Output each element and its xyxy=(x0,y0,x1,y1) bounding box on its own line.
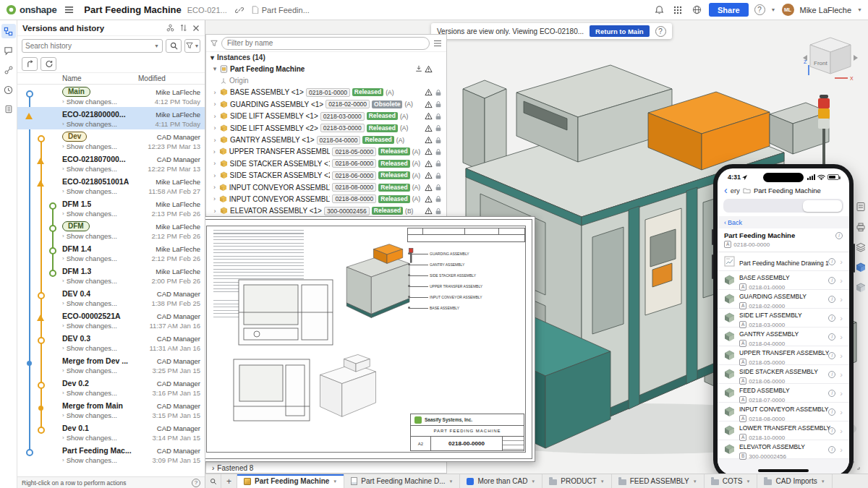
expand-caret-icon[interactable]: › xyxy=(212,464,214,472)
document-tab[interactable]: CAD Imports ▼ xyxy=(757,474,832,488)
phone-list-item[interactable]: ELEVATOR ASSEMBLY B 300-00002456 i › xyxy=(718,440,849,459)
notifications-bell-icon[interactable] xyxy=(652,4,665,17)
phone-list-item[interactable]: GANTRY ASSEMBLY A 0218-04-0000 i › xyxy=(718,328,849,346)
instance-row[interactable]: › SIDE LIFT ASSEMBLY <1> 0218-03-0000 Re… xyxy=(206,111,446,122)
footer-help-icon[interactable]: ? xyxy=(192,479,200,487)
version-row[interactable]: Dev 0.1 CAD Manager ›Show changes... 3:1… xyxy=(17,421,205,443)
instance-row[interactable]: › GUARDING ASSEMBLY <1> 0218-02-0000 Obs… xyxy=(206,98,446,110)
info-icon[interactable]: i xyxy=(835,232,843,239)
print-icon[interactable] xyxy=(855,221,866,232)
instance-row[interactable]: › SIDE STACKER ASSEMBLY <1> 0218-06-0000… xyxy=(206,158,446,169)
document-tab[interactable]: More than CAD ▼ xyxy=(460,474,542,488)
expand-collapse-all-icon[interactable] xyxy=(179,24,187,32)
info-icon[interactable]: i xyxy=(828,390,835,397)
show-changes-toggle[interactable]: ›Show changes... xyxy=(62,277,117,285)
expand-caret-icon[interactable]: ▾ xyxy=(212,65,218,72)
warning-icon[interactable] xyxy=(425,171,433,179)
expand-caret-icon[interactable]: › xyxy=(212,124,218,132)
return-to-main-button[interactable]: Return to Main xyxy=(590,25,650,37)
versions-history-icon[interactable] xyxy=(1,24,16,38)
expand-caret-icon[interactable]: › xyxy=(212,137,218,144)
history-clock-icon[interactable] xyxy=(1,82,16,97)
instance-origin-row[interactable]: Origin xyxy=(206,74,446,86)
document-tab[interactable]: COTS ▼ xyxy=(705,474,758,488)
show-changes-toggle[interactable]: ›Show changes... xyxy=(62,98,117,106)
show-changes-toggle[interactable]: ›Show changes... xyxy=(62,344,117,352)
show-changes-toggle[interactable]: ›Show changes... xyxy=(62,299,117,307)
version-row[interactable]: DFM 1.5 Mike LaFleche ›Show changes... 2… xyxy=(17,197,205,219)
phone-root-card[interactable]: Part Feeding Machine i A 0218-00-0000 xyxy=(718,228,849,252)
add-tab-button[interactable]: + xyxy=(221,474,237,488)
version-row[interactable]: Merge from Main CAD Manager ›Show change… xyxy=(17,398,205,421)
banner-help-icon[interactable]: ? xyxy=(655,26,666,37)
help-menu-caret-icon[interactable]: ▼ xyxy=(771,7,776,12)
engineering-drawing-sheet[interactable]: GUARDING ASSEMBLY GANTRY ASSEMBLY SIDE S… xyxy=(197,216,535,462)
tab-caret-icon[interactable]: ▼ xyxy=(693,479,697,484)
expand-caret-icon[interactable]: › xyxy=(212,184,217,191)
tab-caret-icon[interactable]: ▼ xyxy=(600,479,605,484)
info-icon[interactable]: i xyxy=(828,296,835,303)
version-row[interactable]: ECO-0218051001A Mike LaFleche ›Show chan… xyxy=(17,174,205,197)
user-avatar[interactable]: ML xyxy=(782,4,794,16)
link-icon[interactable] xyxy=(233,4,246,17)
expand-caret-icon[interactable]: › xyxy=(212,100,218,108)
info-icon[interactable]: i xyxy=(828,314,835,322)
show-changes-toggle[interactable]: ›Show changes... xyxy=(62,187,117,195)
expand-caret-icon[interactable]: › xyxy=(212,172,218,179)
show-changes-toggle[interactable]: ›Show changes... xyxy=(62,142,117,150)
document-tab[interactable]: PRODUCT ▼ xyxy=(542,474,611,488)
instance-root-row[interactable]: ▾ Part Feeding Machine xyxy=(206,63,446,74)
phone-tab[interactable] xyxy=(803,200,842,212)
filter-by-name-input[interactable] xyxy=(227,39,424,47)
layers-icon[interactable] xyxy=(855,241,866,252)
info-icon[interactable]: i xyxy=(828,258,835,265)
user-menu-caret-icon[interactable]: ▼ xyxy=(857,7,862,12)
history-search-box[interactable]: ▼ xyxy=(22,39,163,53)
help-icon[interactable]: ? xyxy=(754,4,765,15)
assembly-panel-icon[interactable] xyxy=(855,262,866,273)
instances-header[interactable]: ▾ Instances (14) xyxy=(206,52,446,63)
restore-button[interactable] xyxy=(41,57,56,71)
history-search-input[interactable] xyxy=(25,42,154,50)
warning-icon[interactable] xyxy=(425,88,433,96)
version-row[interactable]: Part Feeding Mac... CAD Manager ›Show ch… xyxy=(17,443,205,466)
phone-list-item[interactable]: GUARDING ASSEMBLY A 0218-02-0000 i › xyxy=(718,290,849,309)
filter-button[interactable]: ▼ xyxy=(184,39,200,53)
warning-icon[interactable] xyxy=(425,112,433,120)
info-icon[interactable]: i xyxy=(828,352,835,359)
tab-caret-icon[interactable]: ▼ xyxy=(746,479,751,484)
phone-list-item[interactable]: UPPER TRANSFER ASSEMBLY A 0218-05-0000 i… xyxy=(718,346,849,365)
download-icon[interactable] xyxy=(415,65,422,72)
version-row[interactable]: Merge from Dev ... CAD Manager ›Show cha… xyxy=(17,354,205,376)
info-icon[interactable]: i xyxy=(828,371,835,378)
expand-caret-icon[interactable]: › xyxy=(212,89,218,96)
warning-icon[interactable] xyxy=(425,147,433,155)
phone-list-item[interactable]: BASE ASSEMBLY A 0218-01-0000 i › xyxy=(718,271,849,290)
warning-icon[interactable] xyxy=(425,65,433,73)
phone-home-indicator[interactable] xyxy=(758,469,809,472)
show-changes-toggle[interactable]: ›Show changes... xyxy=(62,456,117,464)
phone-breadcrumb[interactable]: ery xyxy=(731,187,740,194)
recent-document-tab[interactable]: Part Feedin... xyxy=(252,6,310,14)
filter-by-name-box[interactable] xyxy=(221,37,430,50)
version-row[interactable]: DEV 0.4 CAD Manager ›Show changes... 1:3… xyxy=(17,286,205,309)
instances-collapse-caret-icon[interactable]: ▾ xyxy=(210,53,214,61)
version-row[interactable]: Main Mike LaFleche ›Show changes... 4:12… xyxy=(17,85,205,107)
globe-icon[interactable] xyxy=(690,4,703,17)
close-panel-icon[interactable] xyxy=(192,25,200,32)
column-header-modified[interactable]: Modified xyxy=(138,74,166,82)
warning-icon[interactable] xyxy=(425,136,433,144)
version-row[interactable]: ECO-00002521A CAD Manager ›Show changes.… xyxy=(17,309,205,331)
main-menu-icon[interactable] xyxy=(62,4,75,17)
show-changes-toggle[interactable]: ›Show changes... xyxy=(62,254,117,262)
show-changes-toggle[interactable]: ›Show changes... xyxy=(62,389,117,397)
expand-caret-icon[interactable]: › xyxy=(212,113,218,120)
column-header-name[interactable]: Name xyxy=(62,74,138,82)
expand-caret-icon[interactable]: › xyxy=(212,148,217,155)
phone-list-item[interactable]: SIDE LIFT ASSEMBLY A 0218-03-0000 i › xyxy=(718,309,849,328)
warning-icon[interactable] xyxy=(425,184,433,192)
info-icon[interactable]: i xyxy=(828,446,835,453)
phone-list-item[interactable]: FEED ASSEMBLY A 0218-07-0000 i › xyxy=(718,384,849,403)
instance-row[interactable]: › UPPER TRANSFER ASSEMBLY <2> 0218-05-00… xyxy=(206,146,446,158)
create-version-icon[interactable] xyxy=(166,24,174,32)
